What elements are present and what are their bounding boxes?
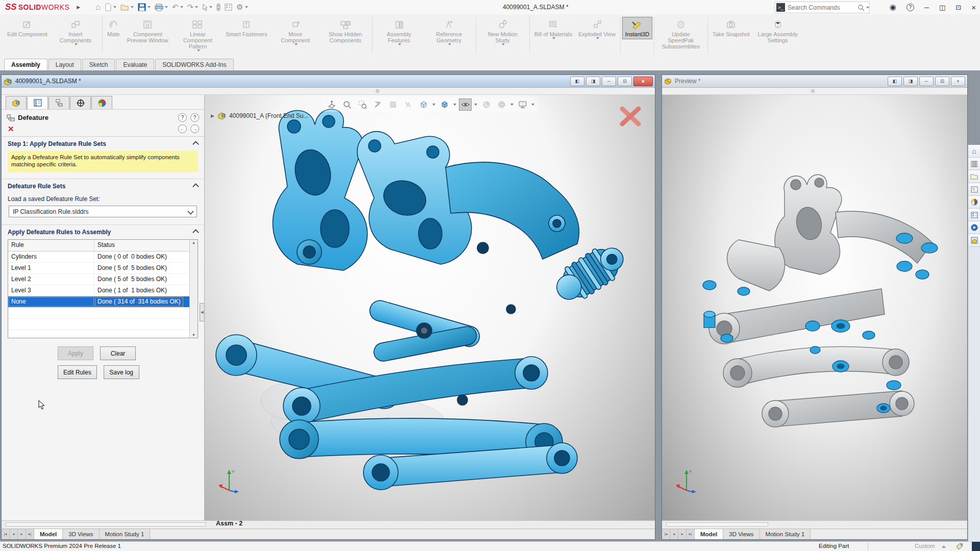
- new-document-icon[interactable]: [103, 1, 118, 13]
- doc-tab-model[interactable]: Model: [34, 529, 63, 539]
- select-cursor-icon[interactable]: [200, 1, 214, 13]
- ribbon-button-new-motion-study[interactable]: New Motion Study: [478, 17, 528, 47]
- splitter-groove[interactable]: [6, 522, 206, 527]
- horizontal-splitter[interactable]: Assm - 2: [2, 520, 655, 529]
- panel-collapse-handle[interactable]: ◀: [200, 303, 205, 321]
- tab-scroll-first-icon[interactable]: |◂: [662, 529, 670, 539]
- tab-configuration-manager[interactable]: [48, 96, 69, 109]
- display-style-icon[interactable]: [438, 98, 451, 111]
- feature-pane-splitter[interactable]: [2, 88, 655, 95]
- ribbon-button-bill-of-materials[interactable]: Bill of Materials: [531, 17, 576, 41]
- ribbon-button-update-speedpak[interactable]: Update SpeedPak Subassemblies: [656, 17, 706, 52]
- flyout-feature-tree[interactable]: ▶ 40099001_A (Front End Su...: [211, 112, 308, 119]
- table-row[interactable]: Level 2Done ( 5 of 5 bodies OK): [8, 274, 189, 285]
- view-settings-icon[interactable]: [516, 98, 529, 111]
- pane-right-button[interactable]: ◨: [586, 77, 600, 86]
- pane-left-button[interactable]: ◧: [570, 77, 584, 86]
- scroll-down-icon[interactable]: ▼: [192, 333, 195, 337]
- dropdown-caret-icon[interactable]: [510, 104, 513, 106]
- tab-dimxpert-manager[interactable]: [70, 96, 91, 109]
- clear-button[interactable]: Clear: [100, 346, 136, 360]
- assembly-window-titlebar[interactable]: 40099001_A.SLDASM * ◧ ◨ ─ ⊡ ×: [2, 75, 655, 88]
- tab-solidworks-add-ins[interactable]: SOLIDWORKS Add-Ins: [155, 59, 233, 70]
- window-restore-button[interactable]: ⊡: [935, 77, 949, 86]
- tab-sketch[interactable]: Sketch: [82, 59, 115, 70]
- doc-tab-3d-views[interactable]: 3D Views: [723, 529, 760, 539]
- tab-display-manager[interactable]: [91, 96, 112, 109]
- dropdown-caret-icon[interactable]: [531, 104, 534, 106]
- view-palette-icon[interactable]: [968, 183, 980, 196]
- ribbon-button-move-component[interactable]: Move Component: [271, 17, 321, 47]
- step1-section-header[interactable]: Step 1: Apply Defeature Rule Sets: [2, 137, 204, 150]
- appearances-icon[interactable]: [968, 196, 980, 209]
- apply-button[interactable]: Apply: [58, 346, 93, 360]
- rulesets-section-header[interactable]: Defeature Rule Sets: [2, 179, 204, 192]
- tab-scroll-prev-icon[interactable]: ◂: [670, 529, 678, 539]
- scroll-up-icon[interactable]: ▲: [192, 241, 195, 244]
- ribbon-button-instant3d[interactable]: Instant3D: [622, 17, 652, 39]
- resize-corner[interactable]: [972, 542, 980, 551]
- doc-tab-motion-study-1[interactable]: Motion Study 1: [100, 529, 151, 539]
- tab-scroll-last-icon[interactable]: ▸|: [687, 529, 695, 539]
- tab-scroll-prev-icon[interactable]: ◂: [10, 529, 18, 539]
- tab-scroll-next-icon[interactable]: ▸: [678, 529, 687, 539]
- quick-tips-icon[interactable]: ?: [178, 113, 187, 122]
- cancel-watermark-icon[interactable]: [619, 106, 642, 128]
- apply-scene-icon[interactable]: [495, 98, 508, 111]
- window-minimize-button[interactable]: ─: [919, 77, 934, 86]
- print-icon[interactable]: [153, 1, 170, 13]
- ruleset-dropdown[interactable]: IP Classification Rule.slddrs: [9, 206, 197, 217]
- horizontal-splitter[interactable]: [662, 520, 967, 529]
- redo-icon[interactable]: ↷: [185, 1, 201, 13]
- splitter-groove[interactable]: [666, 522, 768, 527]
- preview-window-titlebar[interactable]: Preview * ◧ ◨ ─ ⊡ ×: [662, 75, 967, 88]
- help-circle-icon[interactable]: ?: [190, 113, 199, 122]
- table-row[interactable]: CylindersDone ( 0 of 0 bodies OK): [8, 252, 189, 263]
- options-list-icon[interactable]: [223, 1, 234, 13]
- search-magnifier-icon[interactable]: [857, 4, 865, 11]
- ribbon-button-edit-component[interactable]: Edit Component: [4, 17, 51, 39]
- assembly-3d-model[interactable]: [205, 95, 655, 520]
- config-up-caret-icon[interactable]: [942, 545, 946, 548]
- tag-icon[interactable]: [955, 542, 964, 551]
- table-row-empty[interactable]: [8, 308, 189, 319]
- home-tab-icon[interactable]: ⌂: [968, 145, 980, 158]
- cancel-icon[interactable]: ✕: [8, 126, 14, 133]
- pane-right-button[interactable]: ◨: [903, 77, 918, 86]
- tab-evaluate[interactable]: Evaluate: [116, 59, 154, 70]
- preview-part-icon[interactable]: [968, 234, 980, 247]
- ribbon-button-linear-component-pattern[interactable]: Linear Component Pattern: [173, 17, 223, 54]
- ribbon-button-assembly-features[interactable]: Assembly Features: [374, 17, 424, 47]
- tab-layout[interactable]: Layout: [48, 59, 81, 70]
- account-icon[interactable]: ◉: [890, 3, 896, 12]
- search-commands-box[interactable]: >_ Search Commands: [775, 2, 870, 13]
- hide-show-items-icon[interactable]: [459, 98, 472, 111]
- window-close-button[interactable]: ×: [951, 77, 965, 86]
- hide-show-annotations-icon[interactable]: A: [402, 98, 414, 111]
- table-row-empty[interactable]: [8, 319, 189, 330]
- minimize-button[interactable]: ─: [924, 4, 929, 11]
- table-row-empty[interactable]: [8, 330, 189, 341]
- dropdown-caret-icon[interactable]: [453, 104, 456, 106]
- home-icon[interactable]: ⌂: [93, 1, 103, 13]
- ribbon-button-show-hidden-components[interactable]: Show Hidden Components: [321, 17, 371, 45]
- help-icon[interactable]: ?: [906, 4, 914, 11]
- feature-pane-splitter[interactable]: [662, 88, 967, 95]
- tab-assembly[interactable]: Assembly: [4, 59, 47, 70]
- zoom-to-area-icon[interactable]: [356, 98, 369, 111]
- undo-icon[interactable]: ↶: [170, 1, 185, 13]
- forum-icon[interactable]: [968, 221, 980, 234]
- tab-featuremanager-tree[interactable]: [6, 96, 27, 109]
- zoom-in-icon[interactable]: [340, 98, 353, 111]
- search-dropdown-caret[interactable]: [866, 7, 869, 9]
- splitter-handle-dot[interactable]: [376, 89, 379, 93]
- ribbon-button-large-assembly-settings[interactable]: Large Assembly Settings: [753, 17, 803, 45]
- apply-rules-section-header[interactable]: Apply Defeature Rules to Assembly: [2, 225, 204, 238]
- pane-left-button[interactable]: ◧: [888, 77, 902, 86]
- window-restore-button[interactable]: ⊡: [618, 77, 632, 86]
- custom-properties-icon[interactable]: [968, 209, 980, 221]
- table-row[interactable]: Level 3Done ( 1 of 1 bodies OK): [8, 285, 189, 296]
- menu-expand-arrow-icon[interactable]: ▶: [77, 5, 80, 10]
- dropdown-caret-icon[interactable]: [432, 104, 435, 106]
- edit-rules-button[interactable]: Edit Rules: [58, 365, 97, 379]
